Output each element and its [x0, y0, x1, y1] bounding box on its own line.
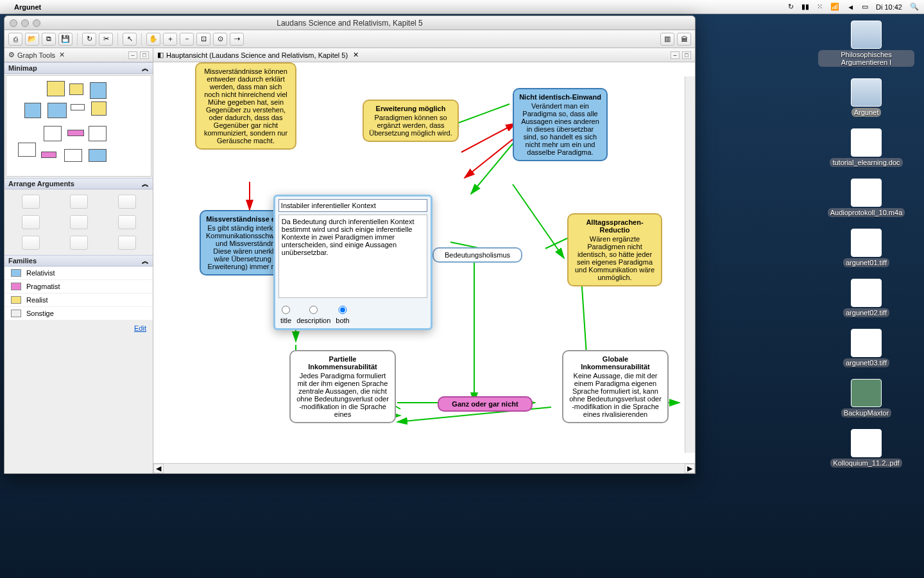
arrange-header[interactable]: Arrange Arguments︽ [4, 178, 153, 189]
app-window: Laudans Science and Relativism, Kapitel … [4, 15, 696, 474]
wifi-icon[interactable]: 📶 [830, 3, 839, 11]
graph-tools-icon: ⚙ [8, 51, 15, 59]
library-icon[interactable]: 🏛 [677, 33, 691, 46]
titlebar[interactable]: Laudans Science and Relativism, Kapitel … [4, 16, 695, 30]
pointer-tool[interactable]: ↖ [123, 33, 137, 46]
new-button[interactable]: ⎙ [8, 33, 22, 46]
family-relativist[interactable]: Relativist [4, 267, 153, 280]
distribute-v[interactable] [70, 236, 88, 250]
main-tab-label: Hauptansicht (Laudans Science and Relati… [166, 51, 348, 59]
svg-line-2 [465, 139, 513, 178]
sync-icon[interactable]: ↻ [788, 3, 794, 11]
main-view-tab[interactable]: ◧ Hauptansicht (Laudans Science and Rela… [153, 48, 695, 62]
align-left[interactable] [22, 215, 40, 229]
status-icon-1[interactable]: ▮▮ [801, 3, 809, 11]
node-editor[interactable]: Da Bedeutung durch inferentiellen Kontex… [273, 195, 432, 330]
open-button[interactable]: 📂 [25, 33, 39, 46]
node-noise[interactable]: Missverständnisse können entweder dadurc… [195, 62, 296, 150]
close-tab-icon[interactable]: ✕ [59, 51, 65, 59]
copy-button[interactable]: ⧉ [42, 33, 56, 46]
menubar: Argunet ↻ ▮▮ ⁙ 📶 ◄ ▭ Di 10:42 🔍 [0, 0, 924, 14]
close-tab-icon[interactable]: ✕ [353, 51, 359, 59]
node-erweiterung[interactable]: Erweiterung möglichParadigmen können so … [363, 100, 459, 142]
node-reductio[interactable]: Alltagssprachen-ReductioWären ergänzte P… [567, 213, 662, 286]
graph-tools-label: Graph Tools [17, 51, 55, 59]
file-argunet01-tiff[interactable]: argunet01.tiff [843, 229, 889, 267]
node-globale[interactable]: Globale InkommensurabilitätKeine Aussage… [562, 350, 669, 423]
distribute-grid[interactable] [118, 236, 136, 250]
file-tutorial-doc[interactable]: tutorial_elearning.doc [830, 128, 902, 167]
perspective-icon[interactable]: ▥ [660, 33, 674, 46]
zoom-out-tool[interactable]: － [180, 33, 194, 46]
spotlight-icon[interactable]: 🔍 [910, 3, 919, 11]
pan-tool[interactable]: ✋ [146, 33, 160, 46]
main-area: ◧ Hauptansicht (Laudans Science and Rela… [153, 48, 695, 473]
scrollbar-vertical[interactable] [685, 76, 695, 453]
menubar-status: ↻ ▮▮ ⁙ 📶 ◄ ▭ Di 10:42 🔍 [788, 3, 919, 11]
edit-families-link[interactable]: Edit [4, 320, 153, 336]
svg-line-4 [471, 136, 519, 194]
maximize-view[interactable]: □ [682, 51, 691, 59]
sidebar: ⚙ Graph Tools ✕ –□ Minimap︽ [4, 48, 153, 473]
view-icon: ◧ [157, 51, 164, 59]
family-realist[interactable]: Realist [4, 293, 153, 307]
zoom-fit-tool[interactable]: ⊡ [196, 33, 210, 46]
align-center[interactable] [70, 215, 88, 229]
folder-philosophisches[interactable]: Philosophisches Argumentieren I [818, 21, 914, 67]
file-audio-m4a[interactable]: Audioprotokoll_10.m4a [828, 179, 905, 217]
collapse-icon[interactable]: ︽ [142, 179, 149, 189]
clock[interactable]: Di 10:42 [876, 3, 902, 11]
align-bottom[interactable] [118, 195, 136, 209]
align-top[interactable] [22, 195, 40, 209]
folder-argunet[interactable]: Argunet [851, 78, 882, 117]
minimap-header[interactable]: Minimap︽ [4, 62, 153, 74]
save-button[interactable]: 💾 [58, 33, 73, 46]
app-menu[interactable]: Argunet [14, 3, 41, 11]
desktop-icons: Philosophisches Argumentieren I Argunet … [815, 21, 918, 468]
maximize-panel[interactable]: □ [140, 51, 149, 59]
radio-both[interactable]: both [336, 303, 349, 324]
family-pragmatist[interactable]: Pragmatist [4, 280, 153, 293]
scroll-right[interactable]: ▶ [685, 464, 695, 473]
window-title: Laudans Science and Relativism, Kapitel … [4, 19, 695, 28]
volume-icon[interactable]: ◄ [847, 3, 854, 11]
layout-tool[interactable]: ⇢ [230, 33, 244, 46]
editor-title-input[interactable] [278, 199, 427, 212]
minimize-panel[interactable]: – [128, 51, 137, 59]
families-list: Relativist Pragmatist Realist Sonstige [4, 267, 153, 320]
node-nicht-identisch[interactable]: Nicht identisch-EinwandVerändert man ein… [513, 88, 608, 161]
align-right[interactable] [118, 215, 136, 229]
node-ganz-oder[interactable]: Ganz oder gar nicht [438, 396, 533, 412]
status-icon-2[interactable]: ⁙ [817, 3, 823, 11]
families-header[interactable]: Families︽ [4, 255, 153, 267]
drive-backup[interactable]: BackupMaxtor [841, 379, 891, 417]
radio-description[interactable]: description [296, 303, 330, 324]
arrange-panel [4, 189, 153, 255]
cut-button[interactable]: ✂ [99, 33, 113, 46]
svg-line-7 [513, 184, 564, 258]
node-partielle[interactable]: Partielle InkommensurabilitätJedes Parad… [289, 350, 396, 423]
node-bedeutungsholismus[interactable]: Bedeutungsholismus [432, 247, 522, 263]
collapse-icon[interactable]: ︽ [142, 64, 149, 73]
collapse-icon[interactable]: ︽ [142, 256, 149, 266]
graph-tools-tab[interactable]: ⚙ Graph Tools ✕ –□ [4, 48, 153, 62]
editor-desc-input[interactable]: Da Bedeutung durch inferentiellen Kontex… [278, 215, 427, 298]
scroll-left[interactable]: ◀ [153, 464, 164, 473]
zoom-in-tool[interactable]: ＋ [163, 33, 177, 46]
align-middle[interactable] [70, 195, 88, 209]
minimap[interactable] [6, 75, 151, 177]
file-kolloquium-pdf[interactable]: Kolloquium_11.2..pdf [830, 429, 902, 468]
toolbar: ⎙ 📂 ⧉ 💾 ↻ ✂ ↖ ✋ ＋ － ⊡ ⊙ ⇢ ▥ 🏛 [4, 30, 695, 48]
distribute-h[interactable] [22, 236, 40, 250]
battery-icon[interactable]: ▭ [862, 3, 868, 11]
svg-line-1 [461, 123, 516, 152]
file-argunet03-tiff[interactable]: argunet03.tiff [843, 329, 889, 367]
family-sonstige[interactable]: Sonstige [4, 307, 153, 320]
radio-title[interactable]: title [280, 303, 291, 324]
file-argunet02-tiff[interactable]: argunet02.tiff [843, 279, 889, 317]
minimize-view[interactable]: – [671, 51, 680, 59]
refresh-button[interactable]: ↻ [82, 33, 96, 46]
argument-canvas[interactable]: Missverständnisse können entweder dadurc… [153, 62, 695, 463]
scrollbar-horizontal[interactable]: ◀ ▶ [153, 463, 695, 473]
zoom-100-tool[interactable]: ⊙ [213, 33, 227, 46]
